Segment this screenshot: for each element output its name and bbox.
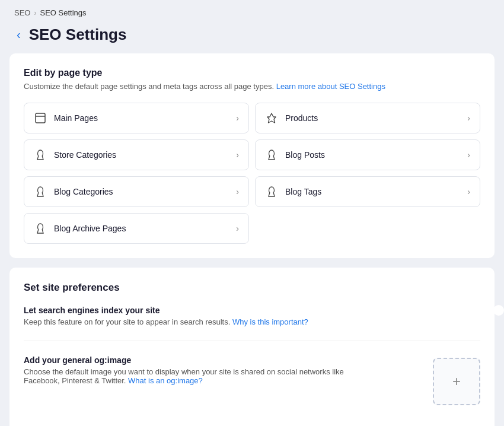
page-type-item-store-categories[interactable]: Store Categories ›: [24, 139, 249, 170]
breadcrumb: SEO › SEO Settings: [0, 0, 504, 23]
blog-tags-icon: [265, 185, 278, 198]
main-pages-chevron: ›: [236, 113, 239, 123]
back-icon: ‹: [17, 28, 21, 42]
page-type-item-blog-posts[interactable]: Blog Posts ›: [255, 139, 480, 170]
svg-rect-0: [36, 113, 45, 123]
og-image-upload[interactable]: +: [433, 358, 480, 405]
page-title: SEO Settings: [29, 26, 127, 44]
pref-og-image-desc: Choose the default image you want to dis…: [24, 367, 368, 385]
main-pages-label: Main Pages: [54, 113, 98, 123]
store-categories-chevron: ›: [236, 150, 239, 160]
blog-posts-chevron: ›: [467, 150, 470, 160]
back-button[interactable]: ‹: [14, 28, 23, 42]
add-image-icon: +: [452, 373, 461, 390]
main-pages-icon: [34, 112, 47, 125]
breadcrumb-separator: ›: [34, 9, 36, 17]
pref-og-image-title: Add your general og:image: [24, 355, 368, 365]
blog-archive-label: Blog Archive Pages: [54, 224, 126, 233]
edit-section-title: Edit by page type: [24, 68, 480, 78]
page-type-item-main-pages[interactable]: Main Pages ›: [24, 103, 249, 133]
blog-tags-chevron: ›: [467, 187, 470, 196]
blog-categories-label: Blog Categories: [54, 187, 113, 196]
breadcrumb-parent[interactable]: SEO: [14, 8, 30, 17]
blog-tags-label: Blog Tags: [285, 187, 321, 196]
pref-search-index-title: Let search engines index your site: [24, 306, 308, 315]
blog-archive-icon: [34, 222, 47, 235]
products-chevron: ›: [467, 113, 470, 123]
why-important-link[interactable]: Why is this important?: [232, 317, 308, 326]
page-header: ‹ SEO Settings: [0, 23, 504, 53]
edit-section-desc: Customize the default page settings and …: [24, 82, 480, 91]
products-icon: [265, 112, 278, 125]
page-type-grid: Main Pages › Products ›: [24, 103, 480, 244]
blog-categories-icon: [34, 185, 47, 198]
store-categories-label: Store Categories: [54, 150, 116, 160]
blog-archive-chevron: ›: [236, 224, 239, 233]
pref-search-index-desc: Keep this feature on for your site to ap…: [24, 317, 308, 326]
blog-categories-chevron: ›: [236, 187, 239, 196]
preferences-title: Set site preferences: [24, 282, 480, 294]
page-type-item-blog-tags[interactable]: Blog Tags ›: [255, 176, 480, 207]
products-label: Products: [285, 113, 318, 123]
og-image-link[interactable]: What is an og:image?: [128, 376, 203, 385]
pref-row-og-image: Add your general og:image Choose the def…: [24, 355, 480, 419]
learn-more-link[interactable]: Learn more about SEO Settings: [276, 82, 385, 91]
page-type-item-blog-categories[interactable]: Blog Categories ›: [24, 176, 249, 207]
blog-posts-label: Blog Posts: [285, 150, 325, 160]
edit-page-type-card: Edit by page type Customize the default …: [9, 53, 495, 258]
page-type-item-products[interactable]: Products ›: [255, 103, 480, 133]
pref-row-search-index: Let search engines index your site Keep …: [24, 306, 480, 341]
preferences-card: Set site preferences Let search engines …: [9, 268, 495, 426]
breadcrumb-current: SEO Settings: [40, 8, 86, 17]
page-type-item-blog-archive[interactable]: Blog Archive Pages ›: [24, 213, 249, 244]
store-categories-icon: [34, 148, 47, 161]
blog-posts-icon: [265, 148, 278, 161]
